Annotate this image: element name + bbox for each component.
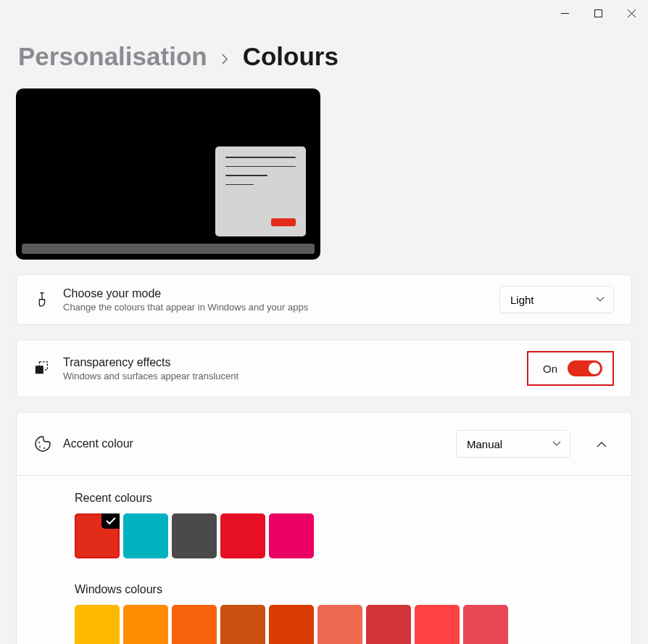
brush-icon [34, 292, 50, 307]
windows-swatch-1[interactable] [123, 605, 168, 644]
preview-taskbar [22, 244, 315, 254]
mode-select-value: Light [510, 294, 534, 306]
transparency-highlight: On [527, 351, 614, 386]
chevron-down-icon [552, 441, 561, 447]
window-controls [548, 0, 648, 26]
close-button[interactable] [615, 0, 648, 26]
desktop-preview [16, 88, 320, 260]
accent-select-value: Manual [467, 438, 502, 450]
checkmark-icon [101, 513, 120, 529]
recent-swatch-1[interactable] [123, 513, 168, 558]
choose-mode-row[interactable]: Choose your mode Change the colours that… [17, 275, 631, 324]
svg-rect-0 [561, 13, 569, 14]
chevron-right-icon [222, 54, 228, 65]
preview-accent-button [271, 218, 296, 226]
accent-select[interactable]: Manual [456, 430, 570, 458]
windows-colours-title: Windows colours [75, 583, 614, 596]
chevron-up-icon [597, 441, 607, 447]
choose-mode-title: Choose your mode [63, 287, 499, 300]
windows-swatch-2[interactable] [172, 605, 217, 644]
maximize-icon [594, 9, 602, 17]
windows-swatch-3[interactable] [220, 605, 265, 644]
svg-rect-1 [594, 9, 602, 17]
maximize-button[interactable] [581, 0, 615, 26]
recent-colours-section: Recent colours [17, 475, 631, 567]
recent-colours-title: Recent colours [75, 492, 614, 505]
minimize-button[interactable] [548, 0, 581, 26]
close-icon [628, 9, 636, 17]
windows-colours-section: Windows colours [17, 567, 631, 644]
chevron-down-icon [596, 297, 605, 302]
accent-row[interactable]: Accent colour Manual [17, 413, 631, 475]
transparency-icon [34, 360, 50, 376]
transparency-row[interactable]: Transparency effects Windows and surface… [17, 340, 631, 397]
page-title: Colours [243, 42, 338, 71]
accent-title: Accent colour [63, 437, 456, 450]
choose-mode-sub: Change the colours that appear in Window… [63, 302, 499, 313]
windows-swatch-6[interactable] [366, 605, 411, 644]
collapse-button[interactable] [589, 432, 614, 456]
recent-swatch-4[interactable] [269, 513, 314, 558]
recent-swatch-0[interactable] [75, 513, 120, 558]
windows-swatch-7[interactable] [415, 605, 460, 644]
windows-swatch-4[interactable] [269, 605, 314, 644]
preview-window [215, 146, 306, 236]
windows-swatch-0[interactable] [75, 605, 120, 644]
transparency-card: Transparency effects Windows and surface… [16, 339, 632, 397]
svg-point-5 [39, 446, 41, 447]
windows-swatch-5[interactable] [317, 605, 362, 644]
breadcrumb-parent[interactable]: Personalisation [18, 42, 207, 71]
svg-point-6 [43, 447, 45, 449]
windows-swatch-8[interactable] [463, 605, 508, 644]
transparency-state-label: On [543, 363, 557, 375]
transparency-toggle[interactable] [568, 360, 602, 376]
recent-swatch-3[interactable] [220, 513, 265, 558]
transparency-sub: Windows and surfaces appear translucent [63, 371, 527, 381]
mode-select[interactable]: Light [499, 286, 614, 313]
minimize-icon [561, 13, 569, 14]
recent-swatch-2[interactable] [172, 513, 217, 558]
choose-mode-card: Choose your mode Change the colours that… [16, 274, 632, 325]
palette-icon [34, 435, 51, 453]
transparency-title: Transparency effects [63, 356, 527, 369]
accent-card: Accent colour Manual Recent colours Wind… [16, 412, 632, 644]
breadcrumb: Personalisation Colours [18, 42, 648, 71]
svg-point-4 [38, 442, 40, 443]
